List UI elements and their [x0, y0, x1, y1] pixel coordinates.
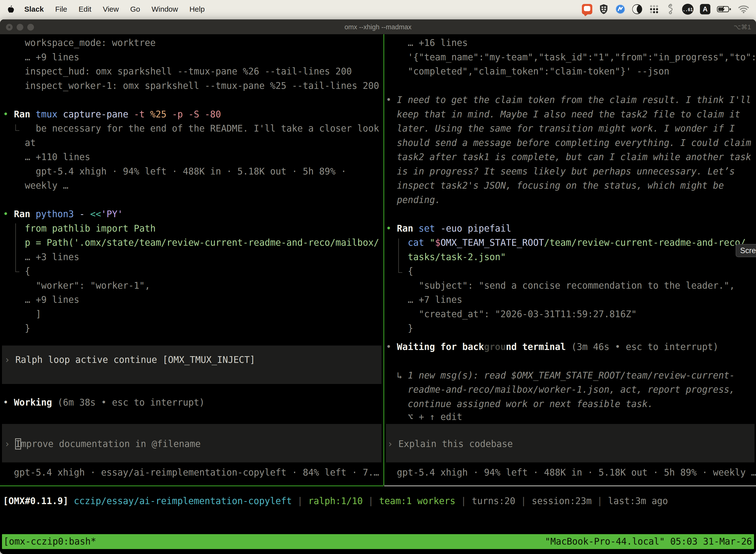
- terminal-content[interactable]: workspace_mode: worktree… +9 linesinspec…: [0, 34, 756, 554]
- apple-logo-icon[interactable]: [7, 5, 14, 14]
- pane-border-inactive: [384, 486, 756, 486]
- grid-dots-icon[interactable]: [649, 4, 659, 15]
- window-title: omx --xhigh --madmax: [0, 19, 756, 35]
- chat-icon[interactable]: [582, 4, 592, 15]
- crescent-circle-icon[interactable]: [632, 4, 642, 15]
- wifi-icon[interactable]: [738, 4, 749, 15]
- menu-items: SlackFileEditViewGoWindowHelp: [24, 5, 205, 13]
- menu-item-edit[interactable]: Edit: [79, 5, 91, 13]
- menu-item-help[interactable]: Help: [189, 5, 205, 13]
- count-badge-icon[interactable]: ..61: [682, 4, 693, 15]
- tmux-host-clock: "MacBook-Pro-44.local" 05:03 31-Mar-26: [545, 534, 752, 549]
- battery-icon[interactable]: [717, 4, 732, 15]
- window-shortcut: ⌥⌘1: [734, 19, 751, 35]
- shield-icon[interactable]: [599, 4, 609, 15]
- window-titlebar[interactable]: omx --xhigh --madmax ⌥⌘1: [0, 19, 756, 34]
- bolt-circle-icon[interactable]: [615, 4, 626, 15]
- macos-menu-bar: SlackFileEditViewGoWindowHelp ..61A: [0, 0, 756, 18]
- pane-bottom: [OMX#0.11.9] cczip/essay/ai-reimplementa…: [0, 34, 756, 554]
- menu-item-slack[interactable]: Slack: [24, 5, 44, 13]
- pane-divider[interactable]: [383, 34, 384, 486]
- menu-item-window[interactable]: Window: [151, 5, 178, 13]
- tmux-status-bar: [omx-cczip0:bash* "MacBook-Pro-44.local"…: [2, 534, 754, 549]
- menu-item-file[interactable]: File: [55, 5, 67, 13]
- pane-border-active: [0, 486, 383, 486]
- omx-status-line: [OMX#0.11.9] cczip/essay/ai-reimplementa…: [3, 494, 668, 508]
- menu-item-go[interactable]: Go: [130, 5, 140, 13]
- menu-item-view[interactable]: View: [103, 5, 119, 13]
- terminal-window: omx --xhigh --madmax ⌥⌘1 workspace_mode:…: [0, 19, 756, 554]
- screen-tooltip: Scre: [736, 244, 756, 257]
- status-icons: ..61A: [582, 4, 749, 15]
- a-badge-icon[interactable]: A: [700, 4, 710, 15]
- squiggle-icon[interactable]: [666, 4, 676, 15]
- tmux-session-label: [omx-cczip0:bash*: [3, 534, 96, 549]
